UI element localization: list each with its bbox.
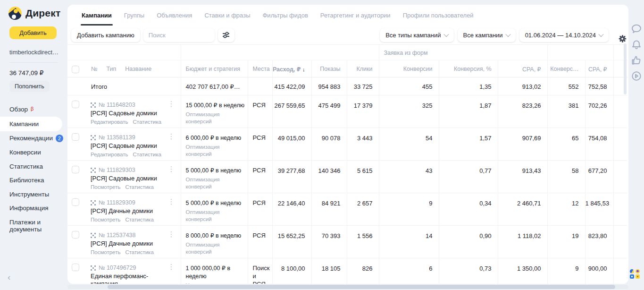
logo[interactable]: Директ [0,0,67,20]
row-action-link[interactable]: Посмотреть [91,184,120,190]
extension-icon[interactable] [636,274,640,279]
row-menu-button[interactable]: ⋮ [168,165,175,173]
col-number-header[interactable]: № [91,66,97,72]
col-conversions-header[interactable]: Конверсии [379,60,439,77]
tab-bids-phrases[interactable]: Ставки и фразы [204,5,250,26]
tab-ads[interactable]: Объявления [157,5,192,26]
campaign-type-filter[interactable]: Все типы кампаний [380,28,453,42]
sidebar-item-campaigns[interactable]: Кампании [0,117,62,132]
campaign-name-link[interactable]: [РСЯ] Садовые домики [83,173,181,182]
row-checkbox[interactable] [72,101,79,108]
vertical-scrollbar[interactable] [624,43,627,94]
row-menu-button[interactable]: ⋮ [168,132,175,141]
cell-cpa2: 823,80 [585,226,613,258]
horizontal-scrollbar-thumb[interactable] [108,285,615,289]
col-clicks-header[interactable]: Клики [347,60,379,77]
tab-campaigns[interactable]: Кампании [82,5,112,26]
col-places-header[interactable]: Места [248,60,272,77]
select-all-checkbox[interactable] [72,66,79,73]
tab-feed-filters[interactable]: Фильтры фидов [262,5,308,26]
row-menu-button[interactable]: ⋮ [168,230,175,239]
campaign-name-link[interactable]: [РСЯ] Дачные домики [83,206,181,215]
row-action-link[interactable]: Посмотреть [91,249,120,255]
sidebar-item-statistics[interactable]: Статистика [0,160,67,174]
row-checkbox[interactable] [72,166,79,173]
row-statistics-link[interactable]: Статистика [125,217,153,222]
row-checkbox[interactable] [72,198,79,206]
sidebar-item-recommendations[interactable]: Рекомендации 2 [0,131,67,145]
sidebar-item-library[interactable]: Библиотека [0,173,67,188]
row-checkbox[interactable] [72,231,79,239]
sliders-icon [222,32,230,38]
campaign-name-link[interactable]: Единая перфоманс-кампания [83,271,181,284]
table-row: № 111648203 ⋮ [РСЯ] Садовые домики Редак… [67,95,627,128]
row-action-link[interactable]: Редактировать [91,119,128,125]
feedback-button[interactable] [631,55,642,66]
row-menu-button[interactable]: ⋮ [168,197,175,206]
row-menu-button[interactable]: ⋮ [168,100,175,108]
notifications-button[interactable] [631,40,642,50]
chevron-down-icon [443,32,449,37]
cell-cpa2: 1 845,53 [585,193,613,226]
col-spend-header[interactable]: Расход, ₽ ↓ [272,60,311,77]
sidebar-item-tools[interactable]: Инструменты [0,188,67,202]
chat-button[interactable] [631,24,642,34]
totals-row: Итого 402 707 617,00 ₽… 415 422,09 954 8… [67,77,627,95]
cell-conversions: 325 [379,95,439,128]
row-checkbox[interactable] [72,264,79,271]
row-checkbox[interactable] [72,133,79,141]
cell-cpa: 2 460,71 [498,193,547,226]
extension-icon[interactable] [630,274,634,279]
col-name-header[interactable]: Название [125,66,151,72]
col-cpa2-header[interactable]: CPA, ₽ [585,60,613,77]
sidebar-item-conversions[interactable]: Конверсии [0,145,67,160]
sidebar-item-overview[interactable]: Обзор β [0,102,67,117]
video-tutorials-button[interactable] [631,71,642,81]
tab-groups[interactable]: Группы [124,5,144,26]
cell-shows: 140 346 [311,161,347,193]
table-row: № 111829303 ⋮ [РСЯ] Садовые домики Посмо… [67,161,627,193]
tab-user-profiles[interactable]: Профили пользователей [403,5,474,26]
extension-icon[interactable] [636,269,640,273]
cell-budget: 6 000,00 ₽ в неделю Оптимизация конверси… [181,128,248,161]
extension-icon[interactable] [630,269,634,273]
account-balance: 36 747,09 ₽ [0,63,67,77]
toolbar-filters: Все типы кампаний Все кампании 01.06.202… [380,28,625,42]
row-action-link[interactable]: Редактировать [91,152,128,157]
play-circle-icon [631,71,642,81]
account-name[interactable]: timberlockdirect… [0,39,67,56]
campaign-type-icon [91,265,96,271]
col-type-header[interactable]: Тип [106,66,116,72]
cell-spend: 267 559,65 [272,95,311,128]
campaigns-filter[interactable]: Все кампании [458,28,516,42]
add-button[interactable]: Добавить [9,26,57,39]
date-range-filter[interactable]: 01.06.2024 — 14.10.2024 [519,28,609,42]
collapse-sidebar-button[interactable]: ‹ [8,272,10,282]
row-action-link[interactable]: Посмотреть [91,217,120,222]
col-shows-header[interactable]: Показы [311,60,347,77]
campaign-type-icon [91,168,96,173]
row-statistics-link[interactable]: Статистика [125,249,153,255]
filter-sliders-button[interactable] [218,28,234,42]
campaign-number: № 111648203 [99,102,135,108]
campaign-name-link[interactable]: [РСЯ] Садовые домики [83,108,181,117]
main-panel: Кампании Группы Объявления Ставки и фраз… [67,5,628,284]
row-statistics-link[interactable]: Статистика [133,152,161,157]
add-campaign-button[interactable]: Добавить кампанию [71,28,140,42]
col-cpa-header[interactable]: CPA, ₽ [498,60,547,77]
campaign-name-link[interactable]: [РСЯ] Дачные домики [83,239,181,247]
search-input[interactable] [143,28,215,42]
table-settings-button[interactable] [612,29,625,41]
sidebar-item-information[interactable]: Информация [0,201,67,215]
row-statistics-link[interactable]: Статистика [133,119,161,125]
campaign-name-link[interactable]: [РСЯ] Садовые домики [83,141,181,150]
col-conversion-rate-header[interactable]: Конверсия, % [439,60,498,77]
sidebar-item-payments[interactable]: Платежи и документы [0,215,67,237]
row-statistics-link[interactable]: Статистика [125,184,153,190]
tab-retargeting-audiences[interactable]: Ретаргетинг и аудитории [320,5,391,26]
col-budget-header[interactable]: Бюджет и стратегия [181,60,248,77]
topup-button[interactable]: Пополнить [9,81,50,92]
row-menu-button[interactable]: ⋮ [168,263,175,271]
col-conversions2-header[interactable]: Конверс… [547,60,585,77]
cell-campaign: № 111648203 ⋮ [РСЯ] Садовые домики Редак… [83,95,181,128]
